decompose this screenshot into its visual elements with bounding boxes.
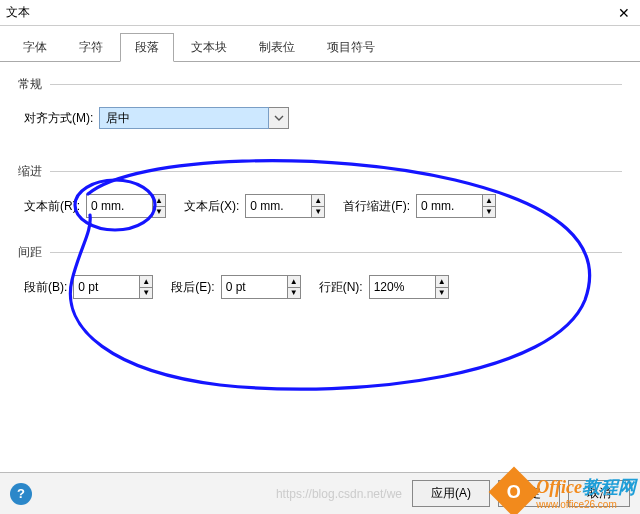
divider	[50, 84, 622, 85]
content-area: 常规 对齐方式(M): 居中 缩进 文本前(R): ▲▼	[0, 62, 640, 329]
spin-up-icon[interactable]: ▲	[312, 195, 324, 207]
spin-down-icon[interactable]: ▼	[140, 288, 152, 299]
spin-down-icon[interactable]: ▼	[288, 288, 300, 299]
spin-down-icon[interactable]: ▼	[436, 288, 448, 299]
spin-up-icon[interactable]: ▲	[288, 276, 300, 288]
tab-text-block[interactable]: 文本块	[176, 33, 242, 62]
section-spacing: 间距 段前(B): ▲▼ 段后(E): ▲▼ 行距(N):	[18, 244, 622, 299]
divider	[50, 252, 622, 253]
section-general-title: 常规	[18, 76, 42, 93]
tab-character[interactable]: 字符	[64, 33, 118, 62]
indent-before-field[interactable]	[87, 195, 152, 217]
spacing-after-field[interactable]	[222, 276, 287, 298]
spacing-after-input[interactable]: ▲▼	[221, 275, 301, 299]
spin-down-icon[interactable]: ▼	[312, 207, 324, 218]
spin-down-icon[interactable]: ▼	[483, 207, 495, 218]
spacing-line-label: 行距(N):	[319, 279, 363, 296]
close-icon[interactable]: ✕	[614, 5, 634, 21]
indent-first-label: 首行缩进(F):	[343, 198, 410, 215]
chevron-down-icon[interactable]	[269, 107, 289, 129]
apply-button[interactable]: 应用(A)	[412, 480, 490, 507]
ok-button[interactable]: 确定	[498, 480, 560, 507]
help-icon[interactable]: ?	[10, 483, 32, 505]
divider	[50, 171, 622, 172]
spin-up-icon[interactable]: ▲	[483, 195, 495, 207]
spin-down-icon[interactable]: ▼	[153, 207, 165, 218]
indent-before-input[interactable]: ▲▼	[86, 194, 166, 218]
indent-after-label: 文本后(X):	[184, 198, 239, 215]
section-general: 常规 对齐方式(M): 居中	[18, 76, 622, 129]
indent-before-label: 文本前(R):	[24, 198, 80, 215]
spin-up-icon[interactable]: ▲	[436, 276, 448, 288]
window-title: 文本	[6, 4, 30, 21]
tab-bullets[interactable]: 项目符号	[312, 33, 390, 62]
spin-up-icon[interactable]: ▲	[153, 195, 165, 207]
tab-strip: 字体 字符 段落 文本块 制表位 项目符号	[0, 26, 640, 62]
indent-after-input[interactable]: ▲▼	[245, 194, 325, 218]
spacing-before-input[interactable]: ▲▼	[73, 275, 153, 299]
align-select-value: 居中	[99, 107, 269, 129]
indent-after-field[interactable]	[246, 195, 311, 217]
spacing-line-field[interactable]	[370, 276, 435, 298]
footer: ? https://blog.csdn.net/we 应用(A) 确定 取消	[0, 472, 640, 514]
titlebar: 文本 ✕	[0, 0, 640, 26]
spacing-before-label: 段前(B):	[24, 279, 67, 296]
section-indent: 缩进 文本前(R): ▲▼ 文本后(X): ▲▼ 首行缩进(F):	[18, 163, 622, 218]
indent-first-field[interactable]	[417, 195, 482, 217]
tab-paragraph[interactable]: 段落	[120, 33, 174, 62]
spacing-after-label: 段后(E):	[171, 279, 214, 296]
section-spacing-title: 间距	[18, 244, 42, 261]
align-label: 对齐方式(M):	[24, 110, 93, 127]
cancel-button[interactable]: 取消	[568, 480, 630, 507]
align-select[interactable]: 居中	[99, 107, 289, 129]
indent-first-input[interactable]: ▲▼	[416, 194, 496, 218]
section-indent-title: 缩进	[18, 163, 42, 180]
ghost-url: https://blog.csdn.net/we	[276, 487, 402, 501]
tab-font[interactable]: 字体	[8, 33, 62, 62]
spacing-line-input[interactable]: ▲▼	[369, 275, 449, 299]
spacing-before-field[interactable]	[74, 276, 139, 298]
tab-tab-stops[interactable]: 制表位	[244, 33, 310, 62]
spin-up-icon[interactable]: ▲	[140, 276, 152, 288]
